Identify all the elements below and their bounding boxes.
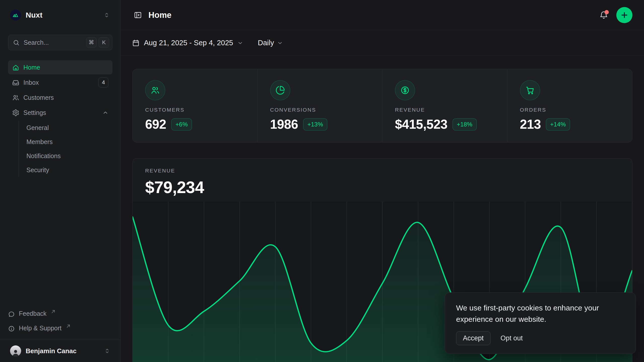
add-button[interactable]	[616, 7, 632, 23]
avatar	[10, 345, 21, 356]
chevron-down-icon	[237, 40, 243, 46]
cookie-optout-button[interactable]: Opt out	[501, 334, 523, 342]
sidebar-subitem-security[interactable]: Security	[26, 163, 112, 177]
sidebar-item-inbox[interactable]: Inbox 4	[8, 75, 112, 89]
external-link-icon	[51, 309, 55, 314]
stat-card-revenue[interactable]: REVENUE $415,523 +18%	[382, 69, 507, 142]
cookie-message: We use first-party cookies to enhance yo…	[456, 302, 612, 325]
subitem-label: Notifications	[26, 152, 61, 160]
stat-card-orders[interactable]: ORDERS 213 +14%	[507, 69, 632, 142]
subitem-label: Security	[26, 166, 49, 174]
user-menu[interactable]: Benjamin Canac	[8, 340, 112, 362]
collapse-sidebar-button[interactable]	[132, 9, 144, 21]
stat-delta-badge: +13%	[303, 118, 327, 130]
sidebar-item-customers[interactable]: Customers	[8, 90, 112, 105]
footer-item-label: Feedback	[19, 310, 47, 317]
sidebar-subitem-general[interactable]: General	[26, 121, 112, 135]
kbd-k: K	[99, 37, 109, 48]
cookie-banner: We use first-party cookies to enhance yo…	[445, 292, 636, 354]
gear-icon	[12, 109, 19, 116]
users-icon	[150, 85, 160, 95]
person-silhouette-icon	[11, 348, 20, 356]
subitem-label: Members	[26, 138, 53, 146]
sidebar-item-label: Inbox	[23, 79, 39, 86]
stat-card-customers[interactable]: CUSTOMERS 692 +6%	[133, 69, 258, 142]
inbox-count-badge: 4	[98, 77, 108, 87]
period-value: Daily	[258, 39, 274, 47]
panel-left-close-icon	[134, 11, 142, 19]
sidebar: Nuxt Search... ⌘ K Home Inbox 4	[0, 0, 121, 362]
sidebar-subitem-notifications[interactable]: Notifications	[26, 149, 112, 163]
workspace-name: Nuxt	[26, 11, 103, 19]
sidebar-item-label: Home	[23, 64, 40, 71]
workspace-switcher[interactable]: Nuxt	[8, 7, 112, 24]
stat-value: 1986	[270, 117, 298, 132]
cart-icon	[525, 85, 535, 95]
revenue-chart-label: REVENUE	[145, 168, 620, 174]
subitem-label: General	[26, 124, 49, 131]
revenue-chart-header: REVENUE $79,234	[133, 158, 632, 202]
stat-label: ORDERS	[520, 107, 632, 113]
stats-panel: CUSTOMERS 692 +6% CONVERSIONS 1986 +13%	[132, 69, 632, 143]
user-name: Benjamin Canac	[26, 347, 99, 355]
chevron-up-icon	[102, 110, 108, 116]
plus-icon	[620, 11, 629, 19]
external-link-icon	[66, 324, 70, 328]
filter-toolbar: Aug 21, 2025 - Sep 4, 2025 Daily	[121, 30, 644, 56]
notifications-button-wrap	[598, 9, 610, 21]
sidebar-subitem-members[interactable]: Members	[26, 135, 112, 149]
date-range-picker[interactable]: Aug 21, 2025 - Sep 4, 2025	[132, 39, 243, 47]
stat-delta-badge: +18%	[453, 118, 477, 130]
stat-label: CUSTOMERS	[145, 107, 257, 113]
calendar-icon	[132, 39, 140, 47]
kbd-cmd: ⌘	[86, 37, 97, 48]
chevrons-up-down-icon	[104, 348, 110, 354]
sidebar-item-label: Customers	[23, 94, 54, 101]
sidebar-item-home[interactable]: Home	[8, 60, 112, 74]
sidebar-item-settings[interactable]: Settings	[8, 106, 112, 120]
stat-delta-badge: +14%	[546, 118, 570, 130]
inbox-icon	[12, 79, 19, 86]
info-circle-icon	[8, 325, 15, 332]
date-range-value: Aug 21, 2025 - Sep 4, 2025	[144, 39, 233, 47]
notification-dot	[605, 10, 609, 14]
stat-value: 213	[520, 117, 541, 132]
stat-label: CONVERSIONS	[270, 107, 382, 113]
settings-submenu: General Members Notifications Security	[19, 121, 112, 177]
revenue-chart-value: $79,234	[145, 178, 620, 197]
search-input[interactable]: Search... ⌘ K	[8, 35, 112, 50]
page-title: Home	[148, 10, 598, 20]
stat-delta-badge: +6%	[171, 118, 192, 130]
pie-chart-icon	[275, 85, 285, 95]
circle-dollar-icon	[400, 85, 410, 95]
users-icon	[12, 94, 19, 101]
stat-card-conversions[interactable]: CONVERSIONS 1986 +13%	[258, 69, 383, 142]
stat-value: $415,523	[395, 117, 448, 132]
sidebar-item-help-support[interactable]: Help & Support	[8, 322, 112, 336]
period-select[interactable]: Daily	[258, 39, 283, 47]
message-bubble-icon	[8, 311, 15, 318]
search-placeholder: Search...	[24, 39, 84, 46]
footer-item-label: Help & Support	[19, 325, 62, 332]
page-header: Home	[121, 0, 644, 30]
chevron-down-icon	[277, 40, 283, 46]
sidebar-nav: Home Inbox 4 Customers Settings General	[8, 60, 112, 177]
chevrons-up-down-icon	[103, 12, 110, 18]
search-icon	[13, 39, 20, 46]
stat-label: REVENUE	[395, 107, 507, 113]
nuxt-logo-icon	[10, 10, 21, 21]
home-icon	[12, 64, 19, 71]
sidebar-item-label: Settings	[23, 109, 46, 116]
cookie-accept-button[interactable]: Accept	[456, 331, 491, 345]
sidebar-footer: Feedback Help & Support	[8, 307, 112, 340]
stat-value: 692	[145, 117, 166, 132]
sidebar-item-feedback[interactable]: Feedback	[8, 307, 112, 322]
